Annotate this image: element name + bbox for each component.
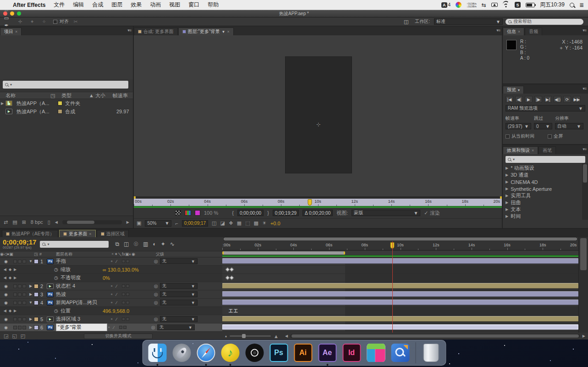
app-menu-title[interactable]: After Effects — [13, 2, 45, 8]
battery-icon[interactable] — [526, 3, 535, 7]
dock-item-finder[interactable] — [147, 343, 167, 363]
expander-icon[interactable]: ▶ — [506, 173, 508, 177]
toggle-switches-modes-button[interactable]: 切换开关/模式 — [84, 334, 153, 339]
zoom-window-button[interactable] — [17, 11, 21, 16]
viewer-canvas[interactable]: ⊹ — [134, 35, 502, 196]
layer-duration-bar[interactable] — [222, 316, 578, 322]
project-search-input[interactable]: ▾ — [3, 81, 128, 89]
parent-pickwhip-icon[interactable]: ◎ — [151, 325, 155, 330]
stopwatch-icon[interactable]: ◷ — [54, 267, 60, 272]
track-row[interactable] — [222, 282, 578, 290]
expander-icon[interactable]: ▶ — [506, 214, 508, 218]
visibility-eye-icon[interactable]: ◉ — [0, 259, 12, 264]
tab-info[interactable]: 信息× — [503, 28, 524, 35]
property-row[interactable]: ◀◆▶◷不透明度0% — [0, 274, 222, 282]
project-bit-depth[interactable]: 8 bpc — [31, 219, 43, 225]
layer-row[interactable]: ◉▶3Ps热波⚬∕◎无▼ — [0, 290, 222, 299]
channels-icon[interactable]: ❖ — [229, 220, 233, 226]
layer-row[interactable]: ◉▶6Ps"更多"背景⚬∕◎无▼ — [0, 323, 222, 332]
layer-row[interactable]: ◉▶2▶状态栏 4⚬∕◎无▼ — [0, 282, 222, 290]
current-time-field[interactable]: 0;00;09;17 — [182, 220, 208, 227]
expand-layer-switches-icon[interactable]: ◲ — [4, 333, 8, 339]
property-name[interactable]: 缩放 — [60, 266, 103, 273]
close-icon[interactable]: × — [227, 29, 229, 34]
effect-category-item[interactable]: ▶扭曲 — [503, 199, 582, 206]
menu-item-4[interactable]: 效果 — [131, 1, 142, 8]
resolution-select[interactable]: 自动▼ — [555, 123, 583, 129]
dock-item-tiles-app[interactable] — [366, 343, 386, 363]
ram-preview-options-select[interactable]: RAM 预览选项▼ — [506, 105, 585, 111]
sync-arrows-icon[interactable]: ⇆ — [482, 2, 486, 8]
layer-switches[interactable]: ⚬∕ — [110, 259, 152, 264]
window-titlebar[interactable]: 热波APP.aep * — [0, 10, 588, 17]
layer-name[interactable]: 新闻APP(清...拷贝 — [56, 299, 110, 306]
layer-name[interactable]: 状态栏 4 — [56, 283, 110, 289]
expander-icon[interactable]: ▶ — [506, 166, 508, 170]
new-composition-icon[interactable]: ⊞ — [22, 219, 26, 225]
last-frame-button[interactable]: ▶| — [544, 96, 552, 103]
timeline-hscrollbar[interactable] — [223, 237, 577, 241]
effect-category-item[interactable]: ▶文本 — [503, 206, 582, 213]
layer-switches[interactable]: ⚬∕ — [110, 292, 152, 297]
axis-mode-icon-1[interactable]: ✦ — [27, 18, 37, 25]
dock-item-illustrator[interactable]: Ai — [293, 343, 313, 363]
parent-select[interactable]: 无▼ — [160, 283, 198, 289]
work-area-bar[interactable] — [222, 251, 345, 255]
expand-transfer-controls-icon[interactable]: ◱ — [12, 333, 16, 339]
expander-icon[interactable]: ▼ — [27, 300, 34, 305]
parent-select[interactable]: 无▼ — [160, 291, 198, 297]
frame-blending-icon[interactable]: ▥ — [143, 241, 148, 247]
s-app-menubar-icon[interactable]: S — [515, 2, 521, 8]
effect-category-item[interactable]: ▶* 动画预设 — [503, 165, 582, 172]
parent-select[interactable]: 无▼ — [160, 300, 198, 306]
dock-item-dictionary-app[interactable] — [390, 343, 410, 363]
layer-name[interactable]: "更多"背景 — [56, 323, 107, 331]
expander-icon[interactable]: ▶ — [27, 325, 34, 329]
in-point-icon[interactable]: { — [232, 210, 234, 216]
effect-category-item[interactable]: ▶实用工具 — [503, 192, 582, 199]
visibility-eye-icon[interactable]: ◉ — [0, 317, 12, 322]
project-hscrollbar[interactable] — [62, 220, 122, 224]
dock-item-photoshop[interactable]: Ps — [269, 343, 289, 363]
effect-category-item[interactable]: ▶3D 通道 — [503, 172, 582, 178]
workspace-select[interactable]: 标准▼ — [434, 18, 503, 25]
panel-menu-icon[interactable]: ▾≡ — [583, 147, 586, 151]
wifi-icon[interactable] — [503, 2, 510, 7]
timeline-column-headers[interactable]: ◉◁●▣ ◳ # 图层名称 ⚬✦＼fx▣◐◉ 父级 — [0, 251, 222, 257]
ram-preview-button[interactable]: ▶▶ — [573, 96, 581, 103]
layer-row[interactable]: ◉▶5▶选择区域 3⚬∕◎无▼ — [0, 315, 222, 323]
render-checkbox[interactable]: ✓ 渲染 — [424, 210, 440, 217]
track-row[interactable] — [222, 315, 578, 323]
draft-3d-icon[interactable]: ◫ — [124, 241, 129, 247]
play-button[interactable]: ▶ — [525, 96, 533, 103]
visibility-eye-icon[interactable]: ◉ — [0, 325, 12, 330]
menu-item-6[interactable]: 视图 — [169, 1, 180, 8]
keyframe-navigator[interactable]: ◀◆▶ — [0, 276, 20, 280]
visibility-eye-icon[interactable]: ◉ — [0, 300, 12, 305]
zoom-in-mountain-icon[interactable]: ▲ — [274, 334, 279, 339]
ruler-icon[interactable]: ⌐ — [175, 221, 178, 226]
close-icon[interactable]: × — [89, 232, 91, 236]
layer-duration-bar[interactable] — [222, 291, 578, 297]
layer-row[interactable]: ◉▼1Ps手指⚬∕◎无▼ — [0, 257, 222, 266]
panel-menu-icon[interactable]: ▾≡ — [583, 86, 586, 91]
new-folder-icon[interactable]: ▤ — [12, 219, 17, 225]
workspace-icon[interactable]: ◫ — [401, 18, 411, 25]
parent-select[interactable]: 无▼ — [157, 324, 195, 330]
anchor-point-crosshair[interactable]: ⊹ — [316, 122, 320, 128]
help-search-input[interactable]: 搜索帮助 — [506, 19, 583, 25]
layer-row[interactable]: ◉▼4Ps新闻APP(清...拷贝⚬∕◎无▼ — [0, 299, 222, 307]
project-row[interactable]: ▶▙热波APP（A...文件夹 — [0, 99, 133, 107]
timeline-zoom-slider[interactable] — [230, 335, 271, 337]
expander-icon[interactable]: ▶ — [506, 187, 508, 191]
dock-item-indesign[interactable]: Id — [341, 343, 362, 363]
exposure-value[interactable]: +0.0 — [270, 221, 280, 226]
layer-switches[interactable]: ⚬∕ — [110, 300, 152, 305]
layer-duration-bar[interactable] — [222, 258, 578, 264]
visibility-eye-icon[interactable]: ◉ — [0, 284, 12, 289]
resolution-icon[interactable]: ▦ — [237, 220, 242, 226]
effect-category-item[interactable]: ▶CINEMA 4D — [503, 178, 582, 185]
property-row[interactable]: ◀◆▶◷缩放∞ 130.0,130.0% — [0, 266, 222, 274]
fps-select[interactable]: (29.97)▼ — [506, 123, 531, 129]
property-row[interactable]: ◀◆▶◷位置496.9,568.0 — [0, 307, 222, 315]
